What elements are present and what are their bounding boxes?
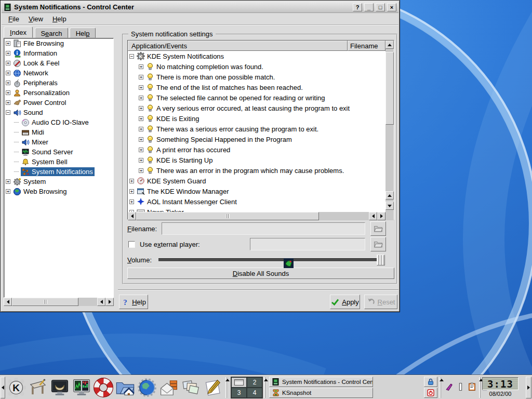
- panel-hide-left-button[interactable]: [1, 377, 5, 398]
- images-launcher[interactable]: [181, 378, 201, 397]
- sidebar-item[interactable]: +Personalization: [4, 88, 113, 98]
- expand-toggle[interactable]: +: [6, 51, 10, 56]
- scroll-right-button[interactable]: [105, 298, 114, 306]
- maximize-button[interactable]: □: [376, 3, 385, 11]
- control-center-launcher[interactable]: [72, 378, 91, 397]
- event-row[interactable]: +No matching completion was found.: [128, 61, 385, 72]
- tab-search[interactable]: Search: [35, 28, 68, 38]
- panel-hide-right-button[interactable]: [526, 377, 531, 398]
- applet-handle[interactable]: [440, 377, 443, 398]
- sidebar-item[interactable]: +Information: [4, 48, 113, 58]
- writer-launcher[interactable]: [203, 378, 222, 397]
- k-menu-button[interactable]: K: [6, 378, 26, 397]
- menu-view[interactable]: View: [24, 14, 48, 24]
- filename-input[interactable]: [162, 222, 365, 235]
- pager-desktop-2[interactable]: 2: [247, 377, 262, 388]
- scroll-left-button[interactable]: [4, 298, 12, 306]
- collapse-toggle[interactable]: −: [6, 110, 10, 115]
- reset-button[interactable]: Reset: [364, 295, 397, 309]
- expand-toggle[interactable]: +: [139, 64, 143, 69]
- minimize-button[interactable]: _: [364, 3, 374, 11]
- scroll-left-button[interactable]: [97, 298, 105, 306]
- scroll-thumb[interactable]: [12, 298, 78, 306]
- expand-toggle[interactable]: +: [139, 158, 143, 163]
- pager-desktop-4[interactable]: 4: [247, 388, 262, 398]
- expand-toggle[interactable]: +: [139, 85, 143, 90]
- expand-toggle[interactable]: +: [129, 200, 134, 204]
- help-button[interactable]: ? Help: [119, 295, 148, 309]
- event-row[interactable]: +KDE System Guard: [128, 176, 385, 186]
- sidebar-item[interactable]: +Peripherals: [4, 78, 113, 88]
- sidebar-item[interactable]: Sound Server: [4, 147, 113, 157]
- home-launcher[interactable]: [115, 378, 135, 397]
- menu-file[interactable]: File: [4, 14, 24, 24]
- expand-toggle[interactable]: +: [139, 127, 143, 131]
- expand-toggle[interactable]: +: [6, 61, 10, 65]
- sidebar-item[interactable]: +File Browsing: [4, 38, 113, 48]
- expand-toggle[interactable]: +: [139, 168, 143, 173]
- scroll-right-button[interactable]: [377, 212, 385, 220]
- mail-launcher[interactable]: [159, 378, 179, 397]
- tab-index[interactable]: Index: [4, 26, 33, 38]
- sidebar-horizontal-scrollbar[interactable]: [4, 298, 114, 306]
- column-header-filename[interactable]: Filename: [348, 41, 385, 51]
- brush-tray-icon[interactable]: [445, 382, 454, 391]
- scroll-left-button[interactable]: [369, 212, 377, 220]
- expand-toggle[interactable]: +: [6, 179, 10, 184]
- sidebar-item[interactable]: +Look & Feel: [4, 58, 113, 68]
- bar-tray-icon[interactable]: [456, 382, 465, 391]
- task-button[interactable]: KSnapshot: [269, 388, 373, 398]
- collapse-toggle[interactable]: −: [129, 54, 134, 59]
- event-row[interactable]: +The KDE Window Manager: [128, 186, 385, 196]
- event-row[interactable]: +A print error has occured: [128, 144, 385, 155]
- sidebar-item[interactable]: Midi: [4, 127, 113, 137]
- sidebar-item[interactable]: +Network: [4, 68, 113, 78]
- scroll-left-button[interactable]: [128, 212, 136, 220]
- scroll-up-button[interactable]: [385, 191, 394, 200]
- event-row[interactable]: +There was a serious error causing the p…: [128, 124, 385, 134]
- window-help-button[interactable]: ?: [353, 3, 362, 11]
- terminal-launcher[interactable]: [50, 378, 70, 397]
- disable-all-sounds-button[interactable]: Disable All Sounds: [127, 268, 394, 279]
- desktop-launcher[interactable]: [28, 378, 48, 397]
- expand-toggle[interactable]: +: [139, 116, 143, 121]
- pager-desktop-1[interactable]: [231, 377, 247, 388]
- event-row[interactable]: +KDE is Starting Up: [128, 155, 385, 165]
- event-row[interactable]: −KKDE System Notifications: [128, 51, 385, 61]
- titlebar[interactable]: System Notifications - Control Center ? …: [2, 2, 398, 13]
- event-row[interactable]: +AOL Instant Messenger Client: [128, 196, 385, 207]
- event-row[interactable]: +Something Special Happened in the Progr…: [128, 134, 385, 144]
- close-button[interactable]: ×: [387, 3, 396, 11]
- sidebar-item[interactable]: System Notifications: [4, 167, 113, 177]
- expand-toggle[interactable]: +: [6, 100, 10, 105]
- lock-button[interactable]: [424, 377, 437, 387]
- scroll-thumb[interactable]: [385, 52, 394, 125]
- sidebar-item[interactable]: +System: [4, 177, 113, 187]
- event-row[interactable]: +KDE is Exiting: [128, 113, 385, 124]
- event-row[interactable]: +The selected file cannot be opened for …: [128, 92, 385, 103]
- pager-desktop-3[interactable]: 3: [231, 388, 247, 398]
- expand-toggle[interactable]: +: [129, 179, 134, 183]
- sidebar-item[interactable]: Audio CD IO-Slave: [4, 117, 113, 127]
- expand-toggle[interactable]: +: [139, 75, 143, 79]
- tab-help[interactable]: Help: [70, 28, 96, 38]
- scroll-up-button[interactable]: [385, 41, 394, 49]
- help-launcher[interactable]: [94, 378, 113, 397]
- sidebar-item[interactable]: System Bell: [4, 157, 113, 167]
- expand-toggle[interactable]: +: [129, 189, 134, 194]
- sidebar-item[interactable]: +Power Control: [4, 98, 113, 108]
- sidebar-item[interactable]: +Web Browsing: [4, 187, 113, 196]
- expand-toggle[interactable]: +: [6, 189, 10, 194]
- volume-slider-handle[interactable]: [377, 255, 385, 265]
- event-row[interactable]: +There was an error in the program which…: [128, 165, 385, 176]
- expand-toggle[interactable]: +: [6, 90, 10, 95]
- event-row[interactable]: +There is more than one possible match.: [128, 72, 385, 82]
- applet-handle[interactable]: [264, 377, 268, 398]
- external-player-browse-button[interactable]: [370, 237, 386, 251]
- expand-toggle[interactable]: +: [139, 148, 143, 152]
- filename-browse-button[interactable]: [370, 221, 386, 236]
- use-external-player-checkbox[interactable]: [128, 241, 135, 248]
- external-player-input[interactable]: [250, 238, 365, 250]
- events-vertical-scrollbar[interactable]: [385, 41, 394, 212]
- browser-launcher[interactable]: [137, 378, 157, 397]
